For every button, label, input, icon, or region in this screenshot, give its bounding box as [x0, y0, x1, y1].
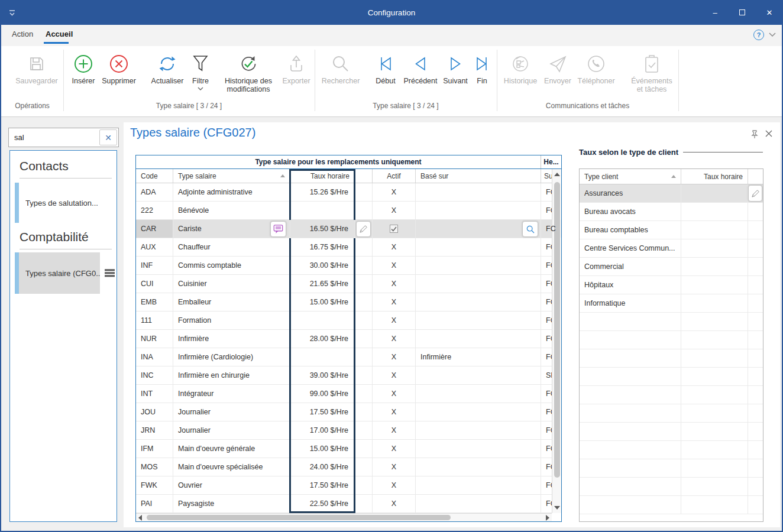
cell-taux-horaire[interactable]	[681, 239, 748, 257]
cell-mini[interactable]	[355, 257, 373, 274]
col-header-taux-horaire[interactable]: Taux horaire	[290, 169, 355, 183]
grid-row[interactable]: CARCariste16.50 $/HreFC	[136, 220, 552, 238]
client-row[interactable]: Centre Services Commun...	[580, 239, 763, 258]
cell-code[interactable]: CUI	[136, 275, 173, 293]
cell-mini[interactable]	[355, 458, 373, 476]
cell-based_on[interactable]: Infirmière	[416, 348, 541, 366]
col-header-code[interactable]: Code	[136, 169, 173, 183]
cell-type-client[interactable]: Centre Services Commun...	[580, 239, 681, 257]
maximize-button[interactable]	[729, 0, 756, 25]
cell-code[interactable]: JOU	[136, 403, 173, 421]
cell-mini[interactable]	[355, 202, 373, 219]
cell-actif[interactable]: X	[373, 348, 416, 366]
cell-taux-horaire[interactable]	[681, 221, 748, 239]
cell-actif[interactable]: X	[373, 495, 416, 512]
cell-code[interactable]: 111	[136, 312, 173, 329]
cell-mini[interactable]	[355, 183, 373, 201]
cell-code[interactable]: CAR	[136, 220, 173, 238]
note-button[interactable]	[270, 221, 286, 237]
cell-label[interactable]: Infirmière (Cardiologie)	[173, 348, 290, 366]
cell-edit[interactable]	[748, 294, 763, 312]
cell-mini[interactable]	[355, 440, 373, 458]
col-header-type-client[interactable]: Type client	[580, 169, 681, 184]
horizontal-scroll-thumb[interactable]	[147, 515, 451, 520]
cell-edit[interactable]	[748, 404, 763, 422]
cell-based_on[interactable]	[416, 440, 541, 458]
grid-row[interactable]: JRNJournalier17.00 $/HreXFC	[136, 421, 552, 440]
cell-type-client[interactable]	[580, 349, 681, 367]
comm-history-button[interactable]: Historique	[500, 51, 541, 85]
cell-code[interactable]: INA	[136, 348, 173, 366]
cell-type-client[interactable]	[580, 368, 681, 385]
cell-taux-horaire[interactable]	[681, 496, 748, 514]
cell-type-client[interactable]: Bureau comptables	[580, 221, 681, 239]
nav-next-button[interactable]: Suivant	[440, 51, 471, 85]
cell-type-client[interactable]	[580, 331, 681, 349]
cell-mini[interactable]	[355, 293, 373, 311]
cell-type-client[interactable]	[580, 496, 681, 514]
col-header-base-sur[interactable]: Basé sur	[416, 169, 541, 183]
sidebar-item-types-de-salutation[interactable]: Types de salutation...	[10, 183, 118, 223]
cell-taux-horaire[interactable]	[681, 386, 748, 404]
cell-actif[interactable]: X	[373, 202, 416, 219]
cell-actif[interactable]: X	[373, 238, 416, 256]
cell-label[interactable]: Ouvrier	[173, 476, 290, 494]
col-header-actif[interactable]: Actif	[373, 169, 416, 183]
cell-edit[interactable]	[748, 349, 763, 367]
cell-label[interactable]: Paysagiste	[173, 495, 290, 512]
grid-row[interactable]: INCInfirmière en chirurgie39.00 $/HreXSF	[136, 366, 552, 385]
cell-edit[interactable]	[748, 478, 763, 495]
cell-label[interactable]: Infirmière en chirurgie	[173, 366, 290, 384]
client-row-empty[interactable]	[580, 313, 763, 331]
client-row-empty[interactable]	[580, 496, 763, 514]
help-icon[interactable]: ?	[753, 30, 764, 40]
cell-taux-horaire[interactable]	[681, 313, 748, 330]
cell-label[interactable]: Journalier	[173, 421, 290, 439]
cell-based_on[interactable]	[416, 293, 541, 311]
grid-row[interactable]: AUXChauffeur16.75 $/HreXFC	[136, 238, 552, 257]
edit-cell-button[interactable]	[356, 221, 371, 237]
cell-label[interactable]: Bénévole	[173, 202, 290, 219]
cell-taux-horaire[interactable]	[681, 423, 748, 440]
cell-actif[interactable]: X	[373, 385, 416, 403]
grid-row[interactable]: INAInfirmière (Cardiologie)XInfirmièreFC	[136, 348, 552, 366]
cell-edit[interactable]	[748, 331, 763, 349]
cell-edit[interactable]	[748, 258, 763, 275]
grid-row[interactable]: MOSMain d'oeuvre spécialisée24.00 $/HreX…	[136, 458, 552, 476]
actif-checkbox[interactable]	[390, 225, 398, 233]
grid-row[interactable]: IFMMain d'oeuvre générale15.00 $/HreXFC	[136, 440, 552, 458]
cell-actif[interactable]: X	[373, 312, 416, 329]
grid-row[interactable]: INFCommis comptable30.00 $/HreXFC	[136, 257, 552, 275]
cell-edit[interactable]	[748, 239, 763, 257]
client-row[interactable]: Bureau avocats	[580, 203, 763, 221]
cell-code[interactable]: NUR	[136, 330, 173, 348]
cell-label[interactable]: Main d'oeuvre spécialisée	[173, 458, 290, 476]
cell-label[interactable]: Main d'oeuvre générale	[173, 440, 290, 458]
cell-type-client[interactable]	[580, 441, 681, 459]
tab-action[interactable]: Action	[12, 30, 33, 38]
cell-rate[interactable]: 17.50 $/Hre	[290, 476, 355, 494]
grid-row[interactable]: EMBEmballeur15.00 $/HreXFC	[136, 293, 552, 312]
send-button[interactable]: Envoyer	[541, 51, 575, 85]
grid-row[interactable]: PAIPaysagiste22.50 $/HreXFC	[136, 495, 552, 513]
events-tasks-button[interactable]: Événements et tâches	[627, 51, 677, 93]
scroll-left-arrow[interactable]	[138, 515, 142, 521]
cell-edit[interactable]	[748, 313, 763, 330]
cell-rate[interactable]: 16.75 $/Hre	[290, 238, 355, 256]
cell-mini[interactable]	[355, 348, 373, 366]
cell-label[interactable]: Commis comptable	[173, 257, 290, 274]
cell-taux-horaire[interactable]	[681, 404, 748, 422]
cell-mini[interactable]	[355, 385, 373, 403]
cell-based_on[interactable]	[416, 495, 541, 512]
cell-actif[interactable]: X	[373, 458, 416, 476]
tab-accueil[interactable]: Accueil	[46, 30, 73, 38]
grid-row[interactable]: ADAAdjointe administrative15.26 $/HreXFC	[136, 183, 552, 202]
cell-code[interactable]: MOS	[136, 458, 173, 476]
cell-actif[interactable]: X	[373, 440, 416, 458]
grid-row[interactable]: NURInfirmière28.00 $/HreXFC	[136, 330, 552, 348]
cell-based_on[interactable]	[416, 183, 541, 201]
edit-rate-button[interactable]	[748, 185, 762, 202]
client-row-empty[interactable]	[580, 349, 763, 368]
col-header-mini[interactable]	[355, 169, 373, 183]
cell-mini[interactable]	[355, 495, 373, 512]
